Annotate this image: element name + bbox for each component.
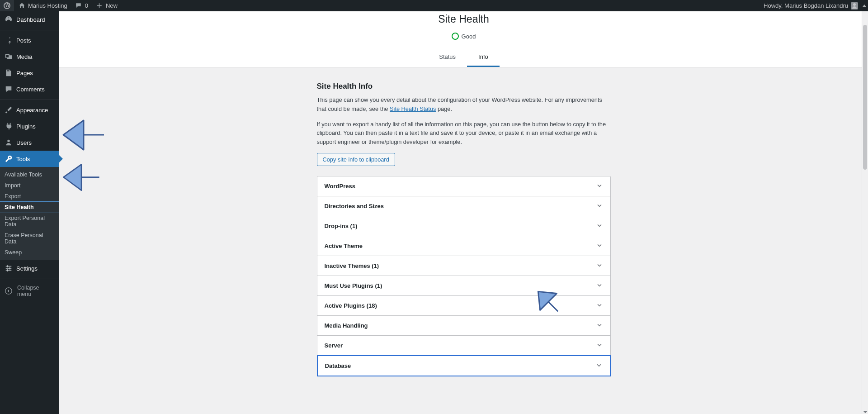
scroll-thumb[interactable]: [863, 25, 867, 170]
sidebar-item-appearance[interactable]: Appearance: [0, 102, 59, 118]
page-title: Site Health: [59, 11, 868, 29]
chevron-down-icon: [596, 202, 603, 210]
svg-rect-4: [7, 265, 8, 267]
submenu-export[interactable]: Export: [0, 191, 59, 202]
sidebar-item-dashboard[interactable]: Dashboard: [0, 11, 59, 28]
accordion-active-plugins[interactable]: Active Plugins (18): [317, 296, 610, 316]
accordion-inactive-themes[interactable]: Inactive Themes (1): [317, 256, 610, 276]
avatar-icon: [851, 2, 858, 10]
admin-bar: Marius Hosting 0 New Howdy, Marius Bogda…: [0, 0, 868, 11]
sidebar-item-label: Appearance: [16, 107, 48, 114]
accordion-wordpress[interactable]: WordPress: [317, 176, 610, 196]
submenu-sweep[interactable]: Sweep: [0, 247, 59, 258]
home-icon: [18, 2, 26, 10]
new-label: New: [106, 2, 118, 9]
media-icon: [5, 52, 13, 61]
accordion-label: Media Handling: [325, 322, 368, 329]
sidebar-item-label: Plugins: [16, 123, 36, 130]
greeting: Howdy, Marius Bogdan Lixandru: [764, 2, 848, 9]
new-content-link[interactable]: New: [92, 0, 121, 11]
sidebar-item-posts[interactable]: Posts: [0, 32, 59, 48]
accordion-label: Drop-ins (1): [325, 223, 358, 229]
page-icon: [5, 69, 13, 77]
health-tabs: Status Info: [59, 49, 868, 67]
comment-icon: [5, 85, 13, 93]
accordion-active-theme[interactable]: Active Theme: [317, 236, 610, 256]
page-header: Site Health Good Status Info: [59, 11, 868, 67]
site-home-link[interactable]: Marius Hosting: [14, 0, 71, 11]
sidebar-item-label: Dashboard: [16, 16, 45, 23]
sidebar-item-label: Comments: [16, 86, 45, 93]
copy-site-info-button[interactable]: Copy site info to clipboard: [317, 153, 395, 166]
sidebar-item-comments[interactable]: Comments: [0, 81, 59, 97]
accordion-label: WordPress: [325, 183, 355, 190]
submenu-site-health[interactable]: Site Health: [0, 201, 60, 213]
svg-rect-6: [7, 269, 8, 271]
vertical-scrollbar[interactable]: [862, 11, 868, 414]
comment-count: 0: [85, 2, 88, 9]
tools-submenu: Available Tools Import Export Site Healt…: [0, 167, 59, 260]
pin-icon: [5, 36, 13, 44]
submenu-erase-personal[interactable]: Erase Personal Data: [0, 230, 59, 247]
accordion-directories[interactable]: Directories and Sizes: [317, 196, 610, 216]
collapse-icon: [5, 287, 13, 295]
accordion-database[interactable]: Database: [317, 355, 611, 376]
tab-status[interactable]: Status: [428, 49, 467, 67]
sidebar-item-label: Pages: [16, 70, 33, 76]
accordion-label: Server: [325, 342, 343, 349]
sidebar-item-settings[interactable]: Settings: [0, 260, 59, 276]
submenu-export-personal[interactable]: Export Personal Data: [0, 213, 59, 230]
accordion-label: Active Theme: [325, 243, 363, 249]
info-paragraph-2: If you want to export a handy list of al…: [317, 120, 611, 147]
svg-rect-3: [6, 270, 12, 271]
admin-sidebar: Dashboard Posts Media Pages Comments App…: [0, 11, 59, 414]
status-label: Good: [462, 33, 476, 40]
svg-rect-1: [6, 266, 12, 267]
tab-info[interactable]: Info: [467, 49, 500, 67]
submenu-import[interactable]: Import: [0, 180, 59, 191]
wp-logo[interactable]: [0, 0, 14, 11]
comments-link[interactable]: 0: [71, 0, 92, 11]
accordion-label: Must Use Plugins (1): [325, 282, 382, 289]
sidebar-item-plugins[interactable]: Plugins: [0, 118, 59, 134]
accordion-label: Active Plugins (18): [325, 302, 377, 309]
comment-icon: [75, 2, 83, 10]
wordpress-icon: [4, 2, 10, 9]
collapse-menu[interactable]: Collapse menu: [0, 281, 59, 301]
chevron-down-icon: [596, 281, 603, 290]
chevron-down-icon: [596, 321, 603, 330]
arrow-annotation-tools: [61, 118, 106, 152]
info-paragraph-1: This page can show you every detail abou…: [317, 95, 611, 114]
status-good-icon: [452, 33, 459, 40]
arrow-annotation-site-health: [61, 162, 102, 192]
accordion-label: Inactive Themes (1): [325, 262, 379, 269]
chevron-down-icon: [596, 262, 603, 270]
info-heading: Site Health Info: [317, 82, 611, 91]
sidebar-item-label: Settings: [16, 265, 38, 272]
sidebar-item-users[interactable]: Users: [0, 134, 59, 151]
site-health-status-link[interactable]: Site Health Status: [390, 105, 436, 112]
dashboard-icon: [5, 15, 13, 24]
sidebar-item-label: Posts: [16, 37, 31, 44]
accordion-dropins[interactable]: Drop-ins (1): [317, 216, 610, 236]
sidebar-item-label: Tools: [16, 156, 30, 162]
sidebar-item-pages[interactable]: Pages: [0, 65, 59, 81]
site-name: Marius Hosting: [28, 2, 67, 9]
accordion-server[interactable]: Server: [317, 336, 610, 356]
accordion-mu-plugins[interactable]: Must Use Plugins (1): [317, 276, 610, 296]
scroll-down-icon[interactable]: [863, 411, 868, 413]
user-icon: [5, 138, 13, 147]
sidebar-item-label: Media: [16, 53, 32, 60]
sidebar-item-media[interactable]: Media: [0, 48, 59, 65]
svg-rect-2: [6, 268, 12, 269]
accordion-media-handling[interactable]: Media Handling: [317, 316, 610, 336]
status-indicator: Good: [59, 29, 868, 49]
svg-point-0: [7, 140, 9, 142]
plug-icon: [5, 122, 13, 130]
account-link[interactable]: Howdy, Marius Bogdan Lixandru: [764, 2, 868, 10]
sidebar-item-tools[interactable]: Tools: [0, 151, 59, 167]
submenu-available-tools[interactable]: Available Tools: [0, 169, 59, 180]
accordion-label: Database: [325, 362, 351, 369]
health-accordion: WordPress Directories and Sizes Drop-ins…: [317, 176, 611, 376]
caret-up-icon: [863, 5, 866, 7]
